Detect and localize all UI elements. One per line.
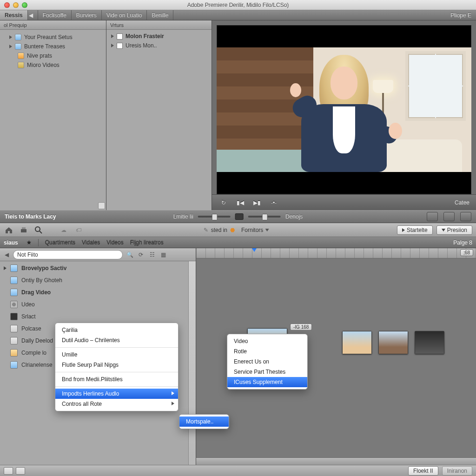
tabs-right-label: Palge 8 <box>453 239 472 246</box>
bin-icon <box>15 34 21 40</box>
disclosure-icon[interactable] <box>4 266 7 270</box>
horizontal-scrollbar[interactable] <box>196 457 476 465</box>
timeline-ruler[interactable]: ;68 <box>196 248 476 258</box>
status-action-button[interactable]: Floekt II <box>408 466 438 476</box>
context-menu[interactable]: ÇariliaDutil Audio – ChrilentesUmilleFlu… <box>55 323 178 411</box>
disclosure-icon[interactable] <box>9 35 12 39</box>
search-icon[interactable]: 🔍 <box>126 251 134 259</box>
midstrip-button[interactable] <box>427 212 438 221</box>
context-submenu[interactable]: VideoRotleEnerect Us onService Part Thes… <box>227 334 308 390</box>
tree-item[interactable]: Your Preaunt Setus <box>2 33 104 42</box>
midstrip-button[interactable] <box>460 212 471 221</box>
tag-icon[interactable]: 🏷 <box>73 225 84 235</box>
vertical-scrollbar[interactable] <box>188 261 196 465</box>
video-preview[interactable] <box>217 25 471 194</box>
search-icon[interactable] <box>33 225 44 235</box>
midstrip-left-tab[interactable]: Tieis to Marks Lacy <box>5 213 56 220</box>
clip-thumbnail[interactable] <box>415 331 444 354</box>
disclosure-icon[interactable] <box>111 44 114 47</box>
menu-item[interactable]: Enerect Us on <box>227 357 307 367</box>
effects-list[interactable]: Molon Frasteir Uresis Mon.. <box>106 30 212 210</box>
clip-thumbnail[interactable] <box>378 331 408 354</box>
scroll-stub[interactable] <box>98 202 105 209</box>
collapse-icon[interactable]: ◀ <box>3 251 10 258</box>
zoom-slider[interactable] <box>198 216 231 218</box>
transport-right-label[interactable]: Catee <box>455 199 469 206</box>
menubar-right-label[interactable]: Pliope E <box>446 12 476 19</box>
print-icon[interactable] <box>19 225 29 235</box>
project-panel-header: ol Prequip <box>0 20 106 30</box>
disclosure-icon[interactable] <box>9 45 12 48</box>
menu-item[interactable]: Video <box>227 336 307 346</box>
start-button[interactable]: Startelte <box>397 225 433 235</box>
menu-item[interactable]: Rotle <box>227 346 307 357</box>
midstrip-button[interactable] <box>443 212 455 221</box>
checkbox[interactable] <box>117 33 123 40</box>
menu-item[interactable]: Bnd from Medii.Pliitstiles <box>55 374 178 384</box>
tab-active[interactable]: siaus <box>4 239 18 246</box>
bin-row[interactable]: Srlact <box>0 311 196 323</box>
filter-icon[interactable]: ☷ <box>148 251 156 259</box>
cloud-icon[interactable]: ☁ <box>59 225 69 235</box>
search-input[interactable]: Not Fiito <box>13 250 123 259</box>
menu-item[interactable]: Flutle Seurp Pail Nipgs <box>55 360 178 370</box>
tab[interactable]: Vidales <box>82 239 100 246</box>
svg-point-2 <box>35 227 40 231</box>
play-button[interactable]: ▶▮ <box>252 198 262 207</box>
bin-row[interactable]: Ontiy By Ghoteh <box>0 274 196 286</box>
list-item[interactable]: Uresis Mon.. <box>108 41 210 50</box>
menu-item[interactable]: Contros all Rote <box>55 399 178 409</box>
tab[interactable]: Quartiments <box>45 239 75 246</box>
ruler-button[interactable]: ;68 <box>460 249 473 256</box>
clip-thumbnail[interactable] <box>342 331 372 354</box>
menu-item[interactable]: Çarilia <box>55 325 178 335</box>
menubar-item[interactable]: Foclisoffe <box>38 10 72 20</box>
menu-item[interactable]: Dutil Audio – Chrilentes <box>55 335 178 345</box>
home-icon[interactable] <box>4 225 14 235</box>
list-label: Uresis Mon.. <box>126 42 157 49</box>
loop-button[interactable]: ↻ <box>218 198 229 207</box>
tab[interactable]: Fljgh lireatros <box>130 239 164 246</box>
menu-item[interactable]: Umille <box>55 350 178 360</box>
refresh-icon[interactable]: ⟳ <box>137 251 145 259</box>
bin-row[interactable]: Drag Video <box>0 286 196 298</box>
step-button[interactable]: -•- <box>269 198 279 207</box>
play-icon <box>402 228 405 232</box>
menubar-item[interactable]: Benille <box>147 10 173 20</box>
presets-dropdown[interactable]: Presiion <box>436 225 472 235</box>
tree-label: Buntere Treases <box>24 43 65 50</box>
menubar-item[interactable]: Vide on Luatio <box>102 10 147 20</box>
search-row: ◀ Not Fiito 🔍 ⟳ ☷ ▦ <box>0 248 196 261</box>
menubar-tab-ressis[interactable]: Ressis <box>0 10 28 20</box>
bin-row[interactable]: Udeo <box>0 298 196 311</box>
menu-item[interactable]: Mortspale.. <box>179 416 229 427</box>
midstrip-label-b: Denojs <box>285 213 303 220</box>
project-tree[interactable]: Your Preaunt Setus Buntere Treases Nive … <box>0 30 106 210</box>
view-mode-icon[interactable] <box>235 213 244 220</box>
media-browser: ◀ Not Fiito 🔍 ⟳ ☷ ▦ Brovelypo SactivOnti… <box>0 248 196 465</box>
opacity-slider[interactable] <box>248 216 281 218</box>
bin-icon <box>15 43 21 50</box>
status-button[interactable] <box>16 467 25 475</box>
tree-item[interactable]: Nive prats <box>2 51 104 60</box>
menubar-item[interactable]: Burviers <box>72 10 102 20</box>
tree-item[interactable]: Mioro Videos <box>2 60 104 70</box>
tree-item[interactable]: Buntere Treases <box>2 42 104 51</box>
menubar-collapse-icon[interactable]: ◀ <box>28 12 34 19</box>
disclosure-icon[interactable] <box>111 34 114 38</box>
menu-item[interactable]: Service Part Thestes <box>227 367 307 377</box>
status-secondary-button[interactable]: Iniranon <box>442 466 472 476</box>
checkbox[interactable] <box>117 43 123 49</box>
bin-row[interactable]: Brovelypo Sactiv <box>0 262 196 274</box>
tab[interactable]: Videos <box>106 239 123 246</box>
list-item[interactable]: Molon Frasteir <box>108 32 210 41</box>
toolbar-dropdown[interactable]: Fornitors <box>238 226 272 234</box>
status-button[interactable] <box>4 467 13 475</box>
menu-item[interactable]: Impodts Herlines Audlo <box>55 389 178 399</box>
playhead-icon[interactable] <box>252 248 257 252</box>
grid-icon[interactable]: ▦ <box>159 251 167 259</box>
flyout-menu[interactable]: Mortspale.. <box>179 414 229 429</box>
menu-item[interactable]: ICuses Supplement <box>227 377 307 387</box>
prev-frame-button[interactable]: ▮◀ <box>235 198 245 207</box>
star-icon[interactable]: ★ <box>26 239 32 246</box>
